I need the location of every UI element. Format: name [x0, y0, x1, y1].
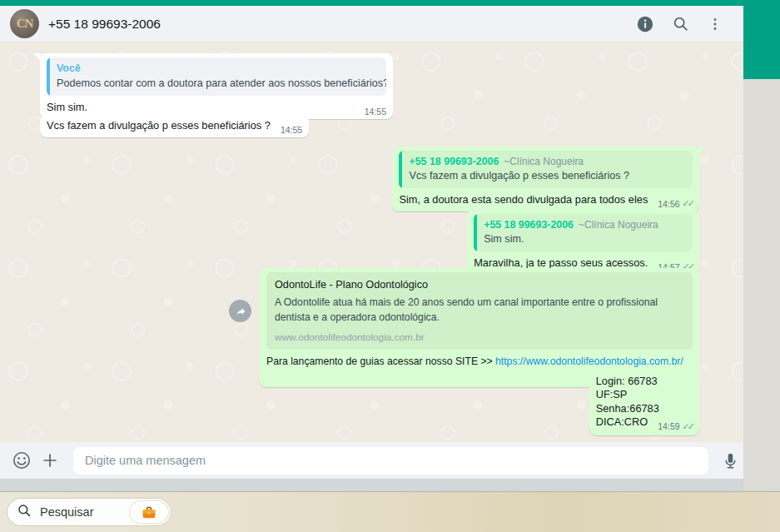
avatar[interactable]: CN: [10, 9, 39, 38]
link-preview[interactable]: OdontoLife - Plano Odontológico A Odonto…: [266, 272, 693, 350]
search-label: Pesquisar: [40, 505, 93, 519]
message-text: Vcs fazem a divulgação p esses beneficiá…: [47, 119, 271, 132]
search-highlight-briefcase-icon[interactable]: [129, 500, 169, 524]
info-icon[interactable]: [635, 14, 655, 34]
message-time: 14:59: [658, 421, 679, 432]
quote-text: Podemos contar com a doutora para atende…: [57, 77, 378, 89]
message-text-line: UF:SP: [596, 388, 693, 401]
avatar-monogram: CN: [17, 17, 33, 31]
quote-accent-bar: [474, 214, 477, 251]
message-time: 14:56: [658, 199, 679, 209]
message-link[interactable]: https://www.odontolifeodontologia.com.br…: [495, 355, 683, 367]
message-bubble[interactable]: Login: 66783 UF:SP Senha:66783 DICA:CRO …: [589, 370, 699, 435]
quote-author: +55 18 99693-2006: [484, 219, 574, 231]
quote-author: Você: [57, 62, 378, 74]
mic-icon[interactable]: [720, 450, 740, 470]
message-text: Para lançamento de guias acessar nosso S…: [266, 355, 495, 367]
message-text: Sim, a doutora esta sendo divulgada para…: [399, 193, 648, 206]
message-text: Sim sim.: [47, 101, 87, 113]
message-bubble[interactable]: OdontoLife - Plano Odontológico A Odonto…: [260, 268, 699, 387]
message-text-line: Senha:66783: [596, 402, 693, 415]
message-time: 14:55: [365, 107, 386, 117]
read-receipt-icon: ✓✓: [683, 198, 693, 209]
quote-text: Vcs fazem a divulgação p esses beneficiá…: [409, 170, 684, 181]
message-text-line: DICA:CRO: [596, 415, 648, 429]
message-bubble[interactable]: Vcs fazem a divulgação p esses beneficiá…: [40, 115, 309, 137]
message-bubble[interactable]: Você Podemos contar com a doutora para a…: [40, 53, 393, 119]
search-icon: [17, 503, 32, 521]
chat-header: CN +55 18 99693-2006: [0, 6, 743, 42]
menu-kebab-icon[interactable]: [705, 14, 725, 34]
quote-author: +55 18 99693-2006: [409, 156, 499, 167]
message-time: 14:55: [281, 125, 302, 135]
taskbar: Pesquisar X ✂: [0, 491, 780, 532]
message-text: Maravilha, ja te passo seus acessos.: [474, 256, 648, 269]
link-preview-description: A Odontolife atua há mais de 20 anos sen…: [275, 295, 684, 326]
quoted-message[interactable]: Você Podemos contar com a doutora para a…: [47, 57, 386, 96]
message-bubble[interactable]: +55 18 99693-2006~Clínica Nogueira Sim s…: [467, 210, 699, 275]
quote-accent-bar: [399, 151, 402, 188]
chat-title[interactable]: +55 18 99693-2006: [48, 17, 161, 32]
attach-plus-icon[interactable]: [40, 450, 60, 470]
taskbar-search[interactable]: Pesquisar: [7, 498, 171, 526]
quoted-message[interactable]: +55 18 99693-2006~Clínica Nogueira Vcs f…: [399, 151, 693, 188]
message-input[interactable]: [73, 447, 708, 475]
desktop-gap: [0, 479, 743, 491]
link-preview-url: www.odontolifeodontologia.com.br: [275, 331, 684, 343]
whatsapp-window: CN +55 18 99693-2006 Você Podemos contar…: [0, 0, 743, 479]
background-window-accent: [743, 0, 780, 79]
message-text-line: Login: 66783: [596, 375, 693, 388]
quote-accent-bar: [47, 57, 50, 96]
search-icon[interactable]: [670, 14, 690, 34]
window-top-accent-strip: [0, 0, 743, 6]
emoji-icon[interactable]: [12, 450, 32, 470]
quote-subauthor: ~Clínica Nogueira: [579, 219, 658, 231]
chat-message-area: Você Podemos contar com a doutora para a…: [0, 42, 743, 442]
quote-text: Sim sim.: [484, 233, 684, 245]
quote-subauthor: ~Clínica Nogueira: [504, 156, 584, 167]
read-receipt-icon: ✓✓: [683, 420, 693, 432]
message-bubble[interactable]: +55 18 99693-2006~Clínica Nogueira Vcs f…: [392, 147, 699, 211]
header-actions: [635, 14, 725, 34]
link-preview-title: OdontoLife - Plano Odontológico: [275, 279, 684, 291]
forward-icon[interactable]: [229, 300, 251, 322]
quoted-message[interactable]: +55 18 99693-2006~Clínica Nogueira Sim s…: [474, 214, 693, 251]
background-window: [743, 79, 780, 491]
message-composer: [0, 442, 743, 479]
